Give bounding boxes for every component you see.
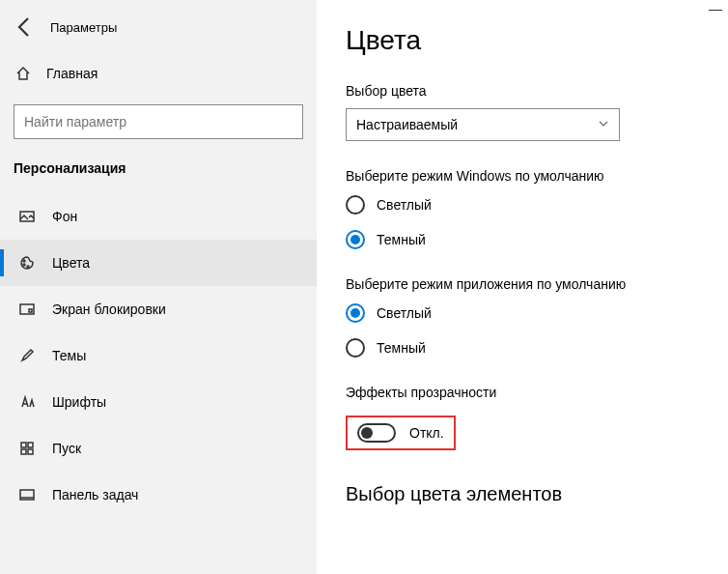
sidebar-item-label: Фон: [52, 209, 77, 224]
toggle-knob: [361, 427, 373, 439]
svg-point-3: [23, 264, 25, 266]
sidebar-item-start[interactable]: Пуск: [0, 425, 317, 472]
arrow-left-icon: [14, 15, 37, 39]
search-input[interactable]: [24, 114, 293, 129]
sidebar-item-label: Шрифты: [52, 394, 106, 410]
app-mode-light-radio[interactable]: Светлый: [346, 303, 724, 323]
nav-home-label: Главная: [46, 66, 98, 81]
section-label: Персонализация: [0, 158, 317, 193]
sidebar-item-label: Цвета: [52, 255, 90, 271]
app-title: Параметры: [50, 20, 117, 35]
dropdown-value: Настраиваемый: [356, 117, 458, 132]
sidebar-item-themes[interactable]: Темы: [0, 332, 317, 379]
sidebar-item-label: Экран блокировки: [52, 301, 166, 317]
svg-rect-9: [21, 449, 26, 454]
windows-mode-light-radio[interactable]: Светлый: [346, 195, 724, 215]
svg-point-4: [27, 266, 29, 268]
page-title: Цвета: [346, 25, 724, 56]
taskbar-icon: [17, 487, 37, 502]
chevron-down-icon: [598, 117, 609, 132]
svg-rect-8: [28, 443, 33, 447]
svg-rect-10: [28, 449, 33, 454]
windows-mode-dark-radio[interactable]: Темный: [346, 230, 724, 249]
radio-icon: [346, 230, 365, 249]
radio-icon: [346, 338, 365, 358]
sidebar-item-label: Панель задач: [52, 487, 138, 502]
font-icon: [17, 394, 37, 410]
sidebar-item-fonts[interactable]: Шрифты: [0, 379, 317, 425]
transparency-toggle[interactable]: [357, 423, 396, 443]
window-controls: [709, 4, 722, 11]
sidebar: Параметры Главная Персонализация Фон Цве…: [0, 0, 317, 574]
windows-mode-label: Выберите режим Windows по умолчанию: [346, 168, 724, 184]
sidebar-item-taskbar[interactable]: Панель задач: [0, 472, 317, 518]
search-box[interactable]: [14, 104, 303, 139]
sidebar-item-background[interactable]: Фон: [0, 193, 317, 240]
accent-color-section-title: Выбор цвета элементов: [346, 483, 724, 505]
brush-icon: [17, 348, 37, 363]
sidebar-item-label: Темы: [52, 348, 86, 363]
sidebar-item-lockscreen[interactable]: Экран блокировки: [0, 286, 317, 332]
radio-label: Темный: [377, 340, 426, 356]
titlebar: Параметры: [0, 10, 317, 56]
highlight-box: Откл.: [346, 416, 456, 450]
minimize-button[interactable]: [709, 4, 722, 11]
main-content: Цвета Выбор цвета Настраиваемый Выберите…: [317, 0, 728, 574]
svg-rect-6: [29, 309, 32, 312]
start-icon: [17, 441, 37, 456]
app-mode-dark-radio[interactable]: Темный: [346, 338, 724, 358]
lockscreen-icon: [17, 301, 37, 317]
radio-label: Темный: [377, 232, 426, 247]
sidebar-item-label: Пуск: [52, 441, 81, 456]
transparency-label: Эффекты прозрачности: [346, 385, 724, 400]
svg-rect-7: [21, 443, 26, 447]
toggle-state-label: Откл.: [409, 425, 444, 441]
app-mode-label: Выберите режим приложения по умолчанию: [346, 276, 724, 292]
radio-icon: [346, 303, 365, 323]
color-choice-label: Выбор цвета: [346, 83, 724, 99]
radio-icon: [346, 195, 365, 215]
picture-icon: [17, 209, 37, 224]
home-icon: [14, 66, 33, 81]
svg-point-2: [23, 260, 25, 262]
color-choice-dropdown[interactable]: Настраиваемый: [346, 108, 620, 141]
radio-label: Светлый: [377, 197, 432, 213]
back-button[interactable]: [14, 15, 37, 39]
radio-label: Светлый: [377, 305, 432, 321]
sidebar-item-colors[interactable]: Цвета: [0, 240, 317, 286]
nav-home[interactable]: Главная: [0, 56, 317, 91]
palette-icon: [17, 255, 37, 271]
